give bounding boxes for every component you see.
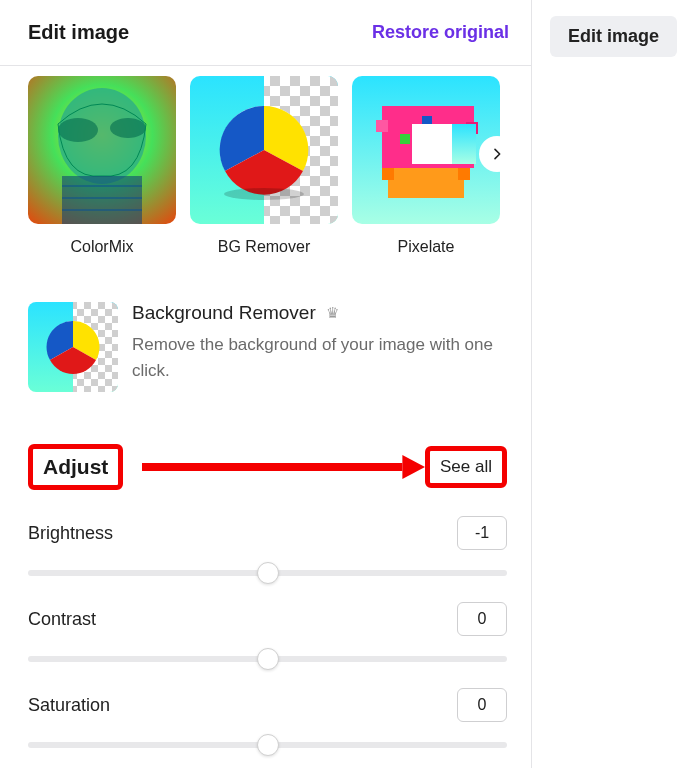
effect-bg-remover[interactable]: BG Remover: [190, 76, 338, 256]
annotation-arrow: [142, 455, 425, 479]
svg-rect-22: [400, 134, 410, 144]
restore-original-button[interactable]: Restore original: [372, 22, 509, 43]
effect-pixelate-label: Pixelate: [398, 238, 455, 256]
slider-track-brightness[interactable]: [28, 570, 507, 576]
svg-rect-27: [452, 124, 476, 164]
slider-value-brightness[interactable]: [457, 516, 507, 550]
slider-label-saturation: Saturation: [28, 695, 110, 716]
chevron-right-icon: [489, 146, 505, 162]
svg-point-2: [58, 118, 98, 142]
svg-rect-17: [382, 168, 394, 180]
effect-pixelate-thumb: [352, 76, 500, 224]
effect-pixelate[interactable]: Pixelate: [352, 76, 500, 256]
edit-image-button[interactable]: Edit image: [550, 16, 677, 57]
slider-track-saturation[interactable]: [28, 742, 507, 748]
effect-bg-remover-thumb: [190, 76, 338, 224]
svg-rect-4: [62, 176, 142, 224]
panel-header: Edit image Restore original: [0, 0, 531, 66]
effect-colormix-thumb: [28, 76, 176, 224]
effects-next-button[interactable]: [479, 136, 515, 172]
effect-colormix-label: ColorMix: [70, 238, 133, 256]
background-remover-feature[interactable]: Background Remover ♛ Remove the backgrou…: [28, 302, 507, 392]
svg-rect-18: [458, 168, 470, 180]
svg-rect-26: [412, 124, 452, 164]
svg-point-3: [110, 118, 146, 138]
effect-bg-remover-label: BG Remover: [218, 238, 310, 256]
edit-image-panel: Edit image Restore original: [0, 0, 532, 768]
slider-label-brightness: Brightness: [28, 523, 113, 544]
svg-marker-35: [402, 455, 425, 479]
background-remover-desc: Remove the background of your image with…: [132, 332, 507, 385]
annotation-see-all-box: See all: [425, 446, 507, 488]
adjust-header: Adjust See all: [28, 444, 507, 490]
background-remover-thumb: [28, 302, 118, 392]
slider-label-contrast: Contrast: [28, 609, 96, 630]
svg-rect-20: [376, 120, 388, 132]
panel-scroll[interactable]: ColorMix: [0, 66, 519, 768]
right-topbar: Edit image: [532, 0, 677, 768]
background-remover-title: Background Remover: [132, 302, 316, 324]
slider-thumb-brightness[interactable]: [257, 562, 279, 584]
slider-thumb-saturation[interactable]: [257, 734, 279, 756]
slider-thumb-contrast[interactable]: [257, 648, 279, 670]
adjust-title: Adjust: [43, 455, 108, 478]
panel-title: Edit image: [28, 21, 129, 44]
annotation-adjust-box: Adjust: [28, 444, 123, 490]
slider-track-contrast[interactable]: [28, 656, 507, 662]
slider-value-saturation[interactable]: [457, 688, 507, 722]
crown-icon: ♛: [326, 304, 339, 322]
see-all-button[interactable]: See all: [440, 457, 492, 476]
effect-colormix[interactable]: ColorMix: [28, 76, 176, 256]
svg-point-14: [224, 188, 304, 200]
slider-value-contrast[interactable]: [457, 602, 507, 636]
effects-row: ColorMix: [28, 76, 507, 256]
